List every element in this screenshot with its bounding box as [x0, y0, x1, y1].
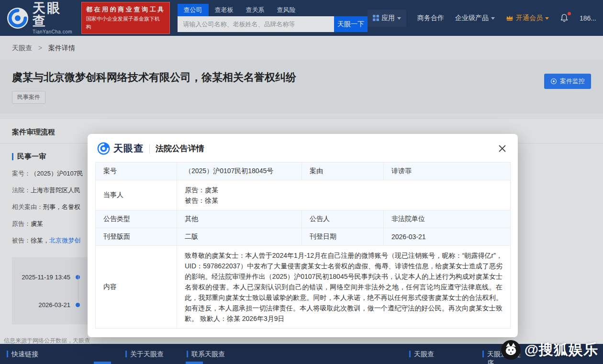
- cell-announce-type-label: 公告类型: [96, 210, 177, 228]
- cell-case-no-value: （2025）沪0107民初18045号: [177, 163, 302, 180]
- modal-title: 法院公告详情: [156, 143, 204, 154]
- sohu-fox-icon: [501, 340, 521, 360]
- cell-edition-value: 二版: [177, 228, 302, 246]
- table-row: 刊登版面 二版 刊登日期 2026-03-21: [96, 228, 511, 246]
- cell-edition-label: 刊登版面: [96, 228, 177, 246]
- tianyancha-logo-icon: [97, 142, 110, 155]
- cell-publish-date-value: 2026-03-21: [384, 228, 511, 246]
- cell-cause-value: 诽谤罪: [384, 163, 511, 180]
- cell-announcer-label: 公告人: [302, 210, 384, 228]
- table-row: 内容 致尊敬的虞某女士：本人曾于2024年1月-12月在自己注册的微博账号（现已…: [96, 246, 511, 329]
- watermark-text: @搜狐娱乐: [525, 340, 598, 360]
- defendant-line: 被告：徐某: [185, 195, 502, 206]
- modal-brand: 天眼查: [113, 142, 144, 155]
- divider: [149, 144, 150, 154]
- cell-announce-type-value: 其他: [177, 210, 302, 228]
- sohu-watermark: @搜狐娱乐: [501, 340, 598, 360]
- table-row: 当事人 原告：虞某 被告：徐某: [96, 180, 511, 210]
- table-row: 公告类型 其他 公告人 非法院单位: [96, 210, 511, 228]
- cell-content-value: 致尊敬的虞某女士：本人曾于2024年1月-12月在自己注册的微博账号（现已注销账…: [177, 246, 511, 329]
- announcement-table: 案号 （2025）沪0107民初18045号 案由 诽谤罪 当事人 原告：虞某 …: [95, 162, 511, 329]
- table-row: 案号 （2025）沪0107民初18045号 案由 诽谤罪: [96, 163, 511, 180]
- cell-content-label: 内容: [96, 246, 177, 329]
- cell-case-no-label: 案号: [96, 163, 177, 180]
- cell-announcer-value: 非法院单位: [384, 210, 511, 228]
- modal-header: 天眼查 法院公告详情: [88, 134, 518, 161]
- cell-cause-label: 案由: [302, 163, 384, 180]
- cell-parties-value: 原告：虞某 被告：徐某: [177, 180, 511, 210]
- cell-publish-date-label: 刊登日期: [302, 228, 384, 246]
- close-icon[interactable]: [496, 143, 508, 154]
- plaintiff-line: 原告：虞某: [185, 185, 502, 195]
- cell-parties-label: 当事人: [96, 180, 177, 210]
- court-announcement-modal: 天眼查 法院公告详情 案号 （2025）沪0107民初18045号 案由 诽谤罪…: [88, 134, 518, 337]
